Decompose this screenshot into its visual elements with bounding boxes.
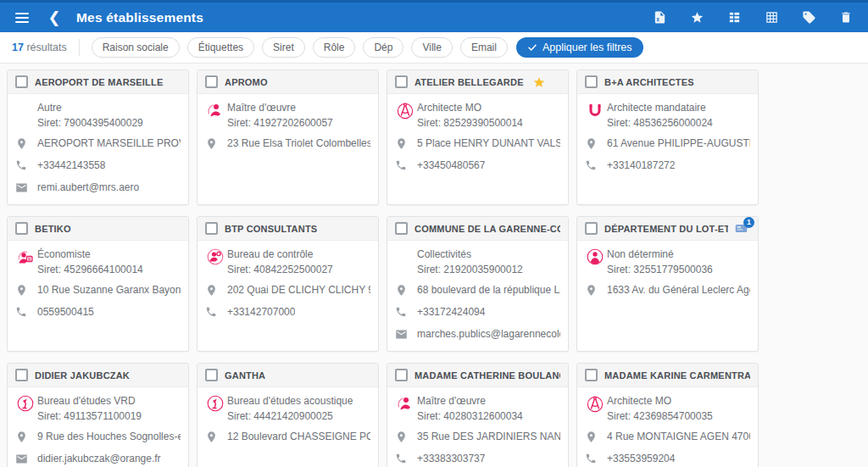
card-body: Bureau d'études acoustique Siret: 444214… [198,387,378,448]
phone-icon [15,159,37,171]
back-icon[interactable]: ❮ [44,8,64,28]
siret-label: Siret: [417,264,441,275]
filter-chip[interactable]: Étiquettes [187,37,254,58]
filter-chip[interactable]: Siret [262,37,305,58]
card-body: Bureau d'études VRD Siret: 4911357110001… [8,387,188,467]
establishment-card[interactable]: B+A ARCHITECTES Architecte mandataire Si… [576,69,759,205]
location-pin-icon [205,431,227,443]
card-body: Non déterminé Siret: 32551779500036 1633… [577,241,758,301]
location-pin-icon [15,137,37,150]
siret-label: Siret: [227,117,251,129]
role-row: Architecte MO Siret: 42369854700035 [585,393,750,425]
address-text: 35 Rue DES JARDINIERS NANCY 54000 [417,431,560,442]
phone-row: +33383303737 [395,448,560,467]
card-checkbox[interactable] [585,222,598,235]
compass-icon [585,393,607,414]
filter-chip[interactable]: Raison sociale [92,37,180,58]
establishment-card[interactable]: ATELIER BELLEGARDE Architecte MO Siret: … [387,69,569,205]
phone-icon [15,306,37,318]
lamp-icon [205,393,227,414]
address-text: 12 Boulevard CHASSEIGNE POITIERS … [227,431,370,442]
establishment-card[interactable]: MADAME CATHERINE BOULANGE Maître d'œuvre… [387,363,569,467]
establishment-card[interactable]: BTP CONSULTANTS Bureau de contrôle Siret… [197,216,379,352]
card-checkbox[interactable] [395,222,408,235]
address-row: 10 Rue Suzanne Garanx Bayonne 64100 [15,279,181,301]
establishment-card[interactable]: BETIKO Économiste Siret: 45296664100014 … [7,216,189,352]
card-checkbox[interactable] [395,369,408,381]
lamp-icon [15,393,37,414]
filter-chip[interactable]: Dép [363,37,403,58]
establishments-grid: AEROPORT DE MARSEILLE Autre Siret: 79004… [0,64,868,467]
address-row: 23 Rue Elsa Triolet Colombelles 14460 [205,132,370,154]
filter-chip[interactable]: Email [460,37,508,58]
delete-icon[interactable] [836,8,856,28]
role-lines: Maître d'œuvre Siret: 40280312600034 [417,393,523,424]
location-pin-icon [15,284,37,297]
location-pin-icon [15,431,37,443]
address-text: 23 Rue Elsa Triolet Colombelles 14460 [227,137,370,149]
card-checkbox[interactable] [15,75,28,88]
phone-icon [395,453,417,464]
menu-icon[interactable] [12,8,32,28]
card-checkbox[interactable] [205,369,218,381]
apply-filters-button[interactable]: Appliquer les filtres [516,37,643,58]
card-title: ATELIER BELLEGARDE [415,77,524,87]
establishment-card[interactable]: COMMUNE DE LA GARENNE-COLOMB… Collectivi… [387,216,569,352]
card-checkbox[interactable] [15,369,28,381]
tags-icon[interactable] [798,8,819,28]
address-text: 5 Place HENRY DUNANT VALSERHON… [417,137,560,149]
role-lines: Architecte MO Siret: 82529390500014 [417,100,523,131]
email-row: didier.jakubczak@orange.fr [15,448,181,467]
role-lines: Bureau d'études VRD Siret: 4911357110001… [37,393,142,424]
card-title: GANTHA [225,370,265,381]
role-label: Bureau d'études acoustique [227,393,353,409]
list-view-icon[interactable] [724,8,744,28]
results-count: 17 résultats [12,42,67,53]
role-row: Bureau d'études VRD Siret: 4911357110001… [15,393,181,425]
siret-line: Siret: 42369854700035 [607,409,713,424]
favorites-icon[interactable] [687,8,707,28]
filter-chip[interactable]: Rôle [313,37,356,58]
siret-value: 79004395400029 [64,117,142,129]
phone-icon [395,159,417,171]
check-icon [527,42,537,53]
siret-value: 42369854700035 [633,410,712,422]
establishment-card[interactable]: AEROPORT DE MARSEILLE Autre Siret: 79004… [7,69,189,205]
card-checkbox[interactable] [395,75,408,88]
role-lines: Collectivités Siret: 21920035900012 [417,247,523,277]
favorite-star-icon[interactable] [532,75,546,89]
siret-label: Siret: [37,117,61,129]
filter-chip[interactable]: Ville [411,37,452,58]
badge-count: 1 [743,217,754,228]
card-title: COMMUNE DE LA GARENNE-COLOMB… [415,224,560,234]
card-checkbox[interactable] [585,75,598,88]
email-row: remi.aubert@mrs.aero [15,176,181,198]
card-checkbox[interactable] [585,369,598,381]
card-header: GANTHA [198,364,378,387]
card-checkbox[interactable] [205,75,218,88]
card-body: Maître d'œuvre Siret: 41927202600057 23 … [198,94,378,154]
table-view-icon[interactable] [761,8,782,28]
card-header: DÉPARTEMENT DU LOT-ET-GARO… 1 [577,217,758,241]
establishment-card[interactable]: DÉPARTEMENT DU LOT-ET-GARO… 1 Non déterm… [576,216,759,352]
card-body: Collectivités Siret: 21920035900012 68 b… [387,241,568,345]
card-header: AEROPORT DE MARSEILLE [8,70,188,94]
card-checkbox[interactable] [15,222,28,235]
role-lines: Architecte mandataire Siret: 48536256000… [607,100,713,131]
establishment-card[interactable]: GANTHA Bureau d'études acoustique Siret:… [197,363,379,467]
address-text: 10 Rue Suzanne Garanx Bayonne 64100 [37,284,181,296]
address-text: 4 Rue MONTAIGNE AGEN 47000 [607,431,750,442]
establishment-card[interactable]: MADAME KARINE CARMENTRAN Architecte MO S… [576,363,759,467]
notification-badge[interactable]: 1 [735,222,750,236]
establishment-card[interactable]: APROMO Maître d'œuvre Siret: 41927202600… [197,69,379,205]
control-person-icon [205,247,227,267]
card-title: DIDIER JAKUBCZAK [35,370,130,381]
card-body: Bureau de contrôle Siret: 40842252500027… [198,241,378,323]
phone-row: +33450480567 [395,154,560,176]
establishment-card[interactable]: DIDIER JAKUBCZAK Bureau d'études VRD Sir… [7,363,189,467]
phone-icon [585,453,607,464]
app-bar: ❮ Mes établissements [0,0,868,32]
export-excel-icon[interactable] [649,8,670,28]
card-checkbox[interactable] [205,222,218,235]
card-header: COMMUNE DE LA GARENNE-COLOMB… [387,217,568,241]
